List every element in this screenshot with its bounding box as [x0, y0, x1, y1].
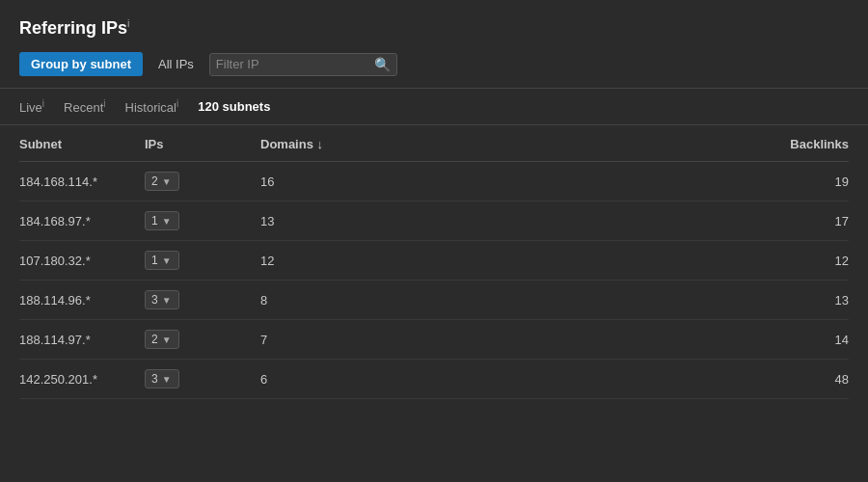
search-icon: 🔍 — [374, 57, 391, 72]
tab-count: 120 subnets — [198, 90, 270, 123]
table-wrap: Subnet IPs Domains Backlinks 184.168.114… — [0, 125, 868, 399]
cell-ips: 2 ▼ — [145, 320, 260, 360]
cell-ips: 1 ▼ — [145, 241, 260, 281]
col-header-domains[interactable]: Domains — [260, 125, 646, 162]
referring-ips-table: Subnet IPs Domains Backlinks 184.168.114… — [19, 125, 849, 399]
tab-historical[interactable]: Historicali — [125, 89, 193, 124]
page-title: Referring IPsi — [19, 17, 849, 39]
filter-ip-wrap: 🔍 — [209, 53, 397, 76]
ip-badge[interactable]: 1 ▼ — [145, 211, 179, 230]
all-ips-button[interactable]: All IPs — [149, 52, 203, 76]
cell-ips: 2 ▼ — [145, 162, 260, 201]
table-row: 184.168.97.* 1 ▼ 13 17 — [19, 201, 849, 241]
chevron-down-icon: ▼ — [162, 255, 172, 266]
cell-backlinks: 17 — [646, 201, 849, 241]
cell-backlinks: 48 — [646, 360, 849, 399]
title-info-icon: i — [127, 17, 129, 29]
cell-domains: 8 — [260, 281, 646, 320]
domains-sort-button[interactable]: Domains — [260, 137, 323, 151]
filter-ip-input[interactable] — [216, 57, 370, 71]
col-header-ips: IPs — [145, 125, 260, 162]
cell-backlinks: 13 — [646, 281, 849, 320]
cell-domains: 6 — [260, 360, 646, 399]
cell-domains: 12 — [260, 241, 646, 281]
ip-badge[interactable]: 3 ▼ — [145, 369, 179, 388]
chevron-down-icon: ▼ — [162, 216, 172, 227]
cell-subnet: 188.114.96.* — [19, 281, 145, 320]
tabs-bar: Livei Recenti Historicali 120 subnets — [0, 89, 868, 125]
chevron-down-icon: ▼ — [162, 176, 172, 187]
tab-live[interactable]: Livei — [19, 89, 58, 124]
cell-subnet: 184.168.97.* — [19, 201, 145, 241]
col-header-backlinks: Backlinks — [646, 125, 849, 162]
ip-badge[interactable]: 2 ▼ — [145, 172, 179, 191]
cell-domains: 13 — [260, 201, 646, 241]
chevron-down-icon: ▼ — [162, 295, 172, 306]
table-row: 188.114.97.* 2 ▼ 7 14 — [19, 320, 849, 360]
cell-domains: 7 — [260, 320, 646, 360]
cell-subnet: 107.180.32.* — [19, 241, 145, 281]
chevron-down-icon: ▼ — [162, 335, 172, 345]
cell-subnet: 184.168.114.* — [19, 162, 145, 201]
toolbar: Group by subnet All IPs 🔍 — [19, 52, 849, 88]
cell-subnet: 142.250.201.* — [19, 360, 145, 399]
page-container: Referring IPsi Group by subnet All IPs 🔍 — [0, 0, 868, 88]
table-row: 188.114.96.* 3 ▼ 8 13 — [19, 281, 849, 320]
cell-ips: 1 ▼ — [145, 201, 260, 241]
table-body: 184.168.114.* 2 ▼ 16 19 184.168.97.* 1 ▼… — [19, 162, 849, 399]
cell-domains: 16 — [260, 162, 646, 201]
cell-backlinks: 19 — [646, 162, 849, 201]
table-row: 107.180.32.* 1 ▼ 12 12 — [19, 241, 849, 281]
cell-ips: 3 ▼ — [145, 281, 260, 320]
col-header-subnet: Subnet — [19, 125, 145, 162]
ip-badge[interactable]: 3 ▼ — [145, 290, 179, 309]
chevron-down-icon: ▼ — [162, 374, 172, 385]
cell-ips: 3 ▼ — [145, 360, 260, 399]
table-header-row: Subnet IPs Domains Backlinks — [19, 125, 849, 162]
tab-recent[interactable]: Recenti — [64, 89, 119, 124]
ip-badge[interactable]: 1 ▼ — [145, 251, 179, 270]
ip-badge[interactable]: 2 ▼ — [145, 330, 179, 349]
cell-backlinks: 14 — [646, 320, 849, 360]
group-by-subnet-button[interactable]: Group by subnet — [19, 52, 143, 76]
cell-subnet: 188.114.97.* — [19, 320, 145, 360]
title-text: Referring IPs — [19, 18, 127, 38]
cell-backlinks: 12 — [646, 241, 849, 281]
table-row: 184.168.114.* 2 ▼ 16 19 — [19, 162, 849, 201]
table-row: 142.250.201.* 3 ▼ 6 48 — [19, 360, 849, 399]
